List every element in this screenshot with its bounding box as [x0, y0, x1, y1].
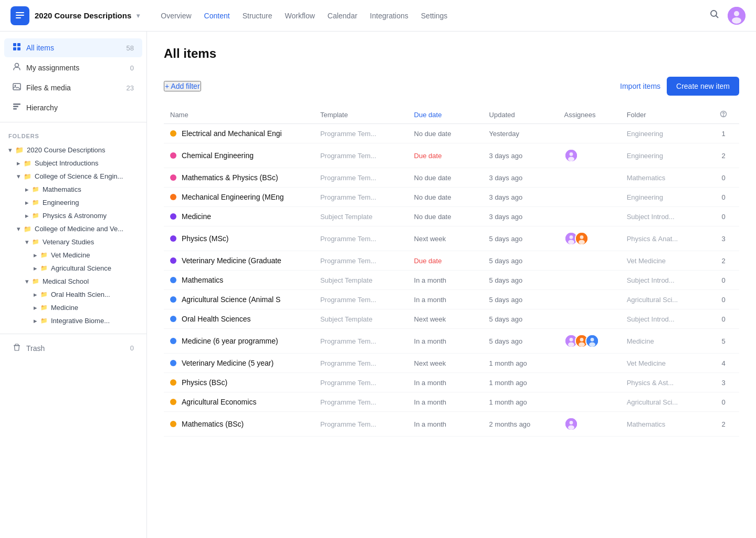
table-row[interactable]: Mathematics (BSc) Programme Tem... In a …: [164, 412, 739, 437]
th-folder[interactable]: Folder: [621, 106, 708, 124]
nav-overview[interactable]: Overview: [161, 12, 191, 20]
item-count: 2: [708, 251, 739, 271]
folder-label: 2020 Course Descriptions: [27, 146, 106, 154]
table-row[interactable]: Chemical Engineering Programme Tem... Du…: [164, 143, 739, 168]
item-name: Medicine (6 year programme): [170, 337, 308, 345]
table-row[interactable]: Mathematics Subject Template In a month …: [164, 271, 739, 290]
item-updated: 3 days ago: [483, 207, 558, 226]
folder-college-science[interactable]: ▾ 📁 College of Science & Engin...: [0, 170, 146, 183]
status-dot: [170, 277, 176, 283]
th-name[interactable]: Name: [164, 106, 314, 124]
svg-point-20: [723, 116, 724, 116]
dropdown-icon[interactable]: ▾: [136, 12, 140, 19]
th-template[interactable]: Template: [314, 106, 408, 124]
sidebar-item-files-media[interactable]: Files & media 23: [4, 78, 142, 97]
trash-label: Trash: [26, 344, 45, 353]
svg-point-26: [568, 240, 574, 244]
folder-mathematics[interactable]: ▸ 📁 Mathematics: [0, 183, 146, 196]
svg-rect-9: [17, 43, 20, 46]
item-due-date: Next week: [408, 309, 483, 329]
nav-integrations[interactable]: Integrations: [370, 12, 408, 20]
item-name: Electrical and Mechanical Engi: [170, 129, 308, 138]
folder-medicine[interactable]: ▸ 📁 Medicine: [0, 301, 146, 314]
sidebar-item-hierarchy[interactable]: Hierarchy: [4, 98, 142, 117]
table-row[interactable]: Mechanical Engineering (MEng Programme T…: [164, 188, 739, 207]
content-toolbar: + Add filter Import items Create new ite…: [164, 77, 739, 96]
sidebar-item-all-items[interactable]: All items 58: [4, 38, 142, 57]
folder-integrative-biome[interactable]: ▸ 📁 Integrative Biome...: [0, 314, 146, 327]
item-count: 0: [708, 392, 739, 412]
nav-calendar[interactable]: Calendar: [328, 12, 358, 20]
table-row[interactable]: Veterinary Medicine (Graduate Programme …: [164, 251, 739, 271]
folder-oral-health[interactable]: ▸ 📁 Oral Health Scien...: [0, 288, 146, 301]
folder-vetenary-studies[interactable]: ▾ 📁 Vetenary Studies: [0, 235, 146, 249]
nav-content[interactable]: Content: [204, 12, 230, 20]
th-assignees[interactable]: Assignees: [558, 106, 621, 124]
table-row[interactable]: Physics (BSc) Programme Tem... In a mont…: [164, 373, 739, 392]
folder-icon-closed: 📁: [40, 291, 48, 298]
item-due-date: In a month: [408, 412, 483, 437]
table-row[interactable]: Oral Health Sciences Subject Template Ne…: [164, 309, 739, 329]
th-updated[interactable]: Updated: [483, 106, 558, 124]
item-updated: 5 days ago: [483, 290, 558, 309]
svg-point-41: [568, 426, 574, 430]
folder-college-medicine[interactable]: ▾ 📁 College of Medicine and Ve...: [0, 222, 146, 235]
svg-point-14: [15, 85, 16, 87]
folder-icon-closed: 📁: [32, 278, 39, 285]
folder-icon: ▾: [8, 146, 12, 154]
folder-icon-closed: 📁: [24, 160, 32, 167]
item-name: Mechanical Engineering (MEng: [170, 193, 308, 201]
table-row[interactable]: Agricultural Science (Animal S Programme…: [164, 290, 739, 309]
svg-point-22: [569, 152, 573, 156]
sidebar-item-trash[interactable]: Trash 0: [4, 339, 142, 357]
add-filter-button[interactable]: + Add filter: [164, 81, 201, 91]
item-due-date: Due date: [408, 251, 483, 271]
assignee-avatar: [575, 232, 589, 245]
table-row[interactable]: Medicine (6 year programme) Programme Te…: [164, 329, 739, 354]
table-row[interactable]: Electrical and Mechanical Engi Programme…: [164, 124, 739, 143]
item-updated: 5 days ago: [483, 251, 558, 271]
table-row[interactable]: Physics (MSc) Programme Tem... Next week…: [164, 226, 739, 251]
folder-medical-school[interactable]: ▾ 📁 Medical School: [0, 275, 146, 288]
sidebar-item-my-assignments[interactable]: My assignments 0: [4, 58, 142, 77]
nav-workflow[interactable]: Workflow: [285, 12, 314, 20]
user-avatar[interactable]: [728, 7, 746, 25]
app-title: 2020 Course Descriptions: [35, 11, 131, 20]
search-icon[interactable]: [710, 9, 719, 22]
status-dot: [170, 174, 176, 181]
folder-icon: ▸: [34, 291, 37, 298]
item-name: Mathematics (BSc): [170, 420, 308, 428]
folder-icon-closed: 📁: [40, 304, 48, 311]
folder-physics-astronomy[interactable]: ▸ 📁 Physics & Astronomy: [0, 209, 146, 222]
folder-icon-closed: 📁: [40, 265, 48, 272]
th-due-date[interactable]: Due date: [408, 106, 483, 124]
folder-icon: ▾: [25, 277, 29, 285]
table-row[interactable]: Mathematics & Physics (BSc) Programme Te…: [164, 168, 739, 188]
app-logo[interactable]: 2020 Course Descriptions ▾: [10, 6, 140, 25]
table-row[interactable]: Medicine Subject Template No due date 3 …: [164, 207, 739, 226]
folder-subject-introductions[interactable]: ▸ 📁 Subject Introductions: [0, 157, 146, 170]
nav-settings[interactable]: Settings: [421, 12, 448, 20]
svg-point-3: [711, 11, 717, 16]
table-row[interactable]: Veterinary Medicine (5 year) Programme T…: [164, 354, 739, 373]
item-template: Programme Tem...: [314, 124, 408, 143]
folder-tree: ▾ 📁 2020 Course Descriptions ▸ 📁 Subject…: [0, 141, 146, 329]
folder-agricultural-science[interactable]: ▸ 📁 Agricultural Science: [0, 262, 146, 275]
nav-structure[interactable]: Structure: [243, 12, 272, 20]
folder-icon: ▸: [17, 159, 20, 167]
folder-icon-closed: 📁: [32, 199, 39, 206]
item-template: Subject Template: [314, 309, 408, 329]
folder-vet-medicine[interactable]: ▸ 📁 Vet Medicine: [0, 249, 146, 262]
folder-label: Integrative Biome...: [51, 317, 110, 325]
folder-engineering[interactable]: ▸ 📁 Engineering: [0, 196, 146, 209]
item-folder: Engineering: [621, 124, 708, 143]
folder-label: Engineering: [43, 199, 79, 206]
table-row[interactable]: Agricultural Economics Programme Tem... …: [164, 392, 739, 412]
folder-label: Vetenary Studies: [43, 238, 94, 246]
item-updated: 3 days ago: [483, 188, 558, 207]
item-count: 0: [708, 271, 739, 290]
folder-2020-course-descriptions[interactable]: ▾ 📁 2020 Course Descriptions: [0, 143, 146, 157]
create-new-item-button[interactable]: Create new item: [667, 77, 739, 96]
svg-rect-2: [16, 17, 21, 18]
import-items-button[interactable]: Import items: [620, 82, 660, 90]
